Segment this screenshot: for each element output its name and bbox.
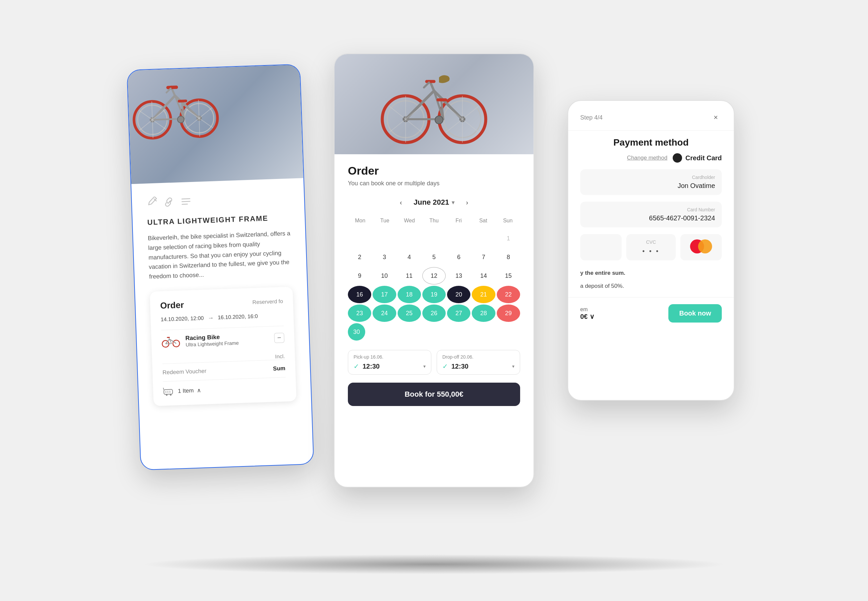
svg-line-25 (186, 118, 199, 128)
cal-day-3[interactable]: 3 (373, 249, 396, 266)
cal-day-12[interactable]: 12 (422, 267, 446, 284)
voucher-link[interactable]: Redeem Voucher (163, 368, 207, 376)
payment-type-label: Credit Card (685, 154, 722, 162)
pickup-dropoff-row: Pick-up 16.06. ✓ 12:30 ▾ Drop-off 20.06.… (348, 350, 520, 375)
day-tue: Tue (373, 215, 397, 226)
svg-line-6 (152, 96, 176, 119)
cal-day-21[interactable]: 21 (472, 286, 495, 303)
svg-line-22 (152, 109, 166, 119)
order-mini-card: Order Reserverd fo 14.10.2020, 12:00 → 1… (149, 287, 297, 406)
cal-day-29[interactable]: 29 (497, 305, 520, 322)
payment-form: Cardholder Jon Ovatime Card Number 6565-… (568, 169, 734, 261)
cal-day-25[interactable]: 25 (397, 305, 421, 322)
cvc-dots: • • • (633, 247, 669, 255)
calendar-nav: ‹ June 2021 ▾ › (348, 196, 520, 208)
cvc-field[interactable]: CVC • • • (626, 234, 676, 261)
cal-day-9[interactable]: 9 (348, 267, 371, 284)
product-title: ULTRA LIGHTWEIGHT FRAME (147, 214, 291, 227)
cvc-row: CVC • • • (580, 234, 722, 261)
cal-day-24[interactable]: 24 (373, 305, 396, 322)
svg-line-28 (199, 108, 212, 118)
mc-orange-circle (698, 239, 712, 253)
order-subtext: You can book one or multiple days (348, 180, 520, 187)
day-sun: Sun (495, 215, 520, 226)
cvc-left-box (580, 234, 621, 261)
cal-day-30[interactable]: 30 (348, 323, 365, 340)
cal-day-26[interactable]: 26 (422, 305, 446, 322)
svg-line-23 (198, 100, 199, 118)
pickup-box[interactable]: Pick-up 16.06. ✓ 12:30 ▾ (348, 350, 431, 375)
cardholder-label: Cardholder (587, 175, 715, 180)
item-minus-button[interactable]: − (274, 333, 285, 343)
cal-day-14[interactable]: 14 (472, 267, 495, 284)
dropoff-box[interactable]: Drop-off 20.06. ✓ 12:30 ▾ (437, 350, 520, 375)
cal-day-2[interactable]: 2 (348, 249, 371, 266)
book-now-button[interactable]: Book now (669, 304, 722, 323)
svg-line-62 (424, 82, 429, 87)
prev-month-button[interactable]: ‹ (395, 196, 407, 208)
book-button[interactable]: Book for 550,00€ (348, 383, 520, 406)
svg-line-31 (182, 201, 190, 202)
svg-line-74 (462, 119, 479, 132)
dropoff-time: 12:30 (451, 363, 468, 370)
svg-line-20 (152, 120, 153, 138)
cal-day-17[interactable]: 17 (373, 286, 396, 303)
day-sat: Sat (471, 215, 496, 226)
svg-line-38 (166, 343, 172, 344)
order-reserved-label: Reserverd fo (253, 299, 283, 305)
cvc-mc-box (681, 234, 722, 261)
svg-line-75 (462, 106, 479, 119)
svg-line-66 (389, 119, 406, 132)
cal-day-13[interactable]: 13 (447, 267, 471, 284)
order-heading: Order (348, 164, 520, 177)
calendar-grid: 1 2 3 4 5 6 7 8 9 10 11 12 13 14 15 16 1… (348, 230, 520, 340)
svg-line-32 (182, 204, 187, 204)
step-label: Step 4/4 (580, 114, 603, 121)
cal-day-18[interactable]: 18 (397, 286, 421, 303)
svg-line-69 (406, 106, 422, 119)
cal-day-5[interactable]: 5 (422, 249, 446, 266)
cal-day-23[interactable]: 23 (348, 305, 371, 322)
product-description: Bikeverleih, the bike specialist in Swit… (148, 229, 292, 282)
cal-day-19[interactable]: 19 (422, 286, 446, 303)
cal-day-7[interactable]: 7 (472, 249, 495, 266)
product-image-center (335, 54, 533, 154)
payment-footer: em 0€ ∨ Book now (568, 297, 734, 332)
edit-icon[interactable] (146, 196, 159, 209)
close-button[interactable]: × (710, 111, 722, 124)
sum-label: Sum (273, 365, 286, 372)
order-mini-title: Order (160, 300, 184, 311)
next-month-button[interactable]: › (461, 196, 473, 208)
order-section: Order You can book one or multiple days … (335, 154, 533, 416)
cal-day-8[interactable]: 8 (497, 249, 520, 266)
scene: ULTRA LIGHTWEIGHT FRAME Bikeverleih, the… (67, 34, 801, 567)
order-item-info: Racing Bike Ultra Lightweight Frame (185, 333, 239, 348)
order-date-from: 14.10.2020, 12:00 (161, 315, 204, 323)
order-arrow-icon: → (208, 314, 214, 322)
cal-day-4[interactable]: 4 (397, 249, 421, 266)
cal-day-6[interactable]: 6 (447, 249, 471, 266)
cardholder-field[interactable]: Cardholder Jon Ovatime (580, 169, 722, 195)
cardholder-value: Jon Ovatime (587, 182, 715, 190)
cal-day-11[interactable]: 11 (397, 267, 421, 284)
cal-day-27[interactable]: 27 (447, 305, 471, 322)
credit-card-dot (673, 153, 682, 163)
footer-item-label: em (580, 307, 595, 313)
cal-day-28[interactable]: 28 (472, 305, 495, 322)
cal-day-22[interactable]: 22 (497, 286, 520, 303)
link-icon[interactable] (163, 196, 175, 208)
svg-line-27 (199, 118, 213, 128)
cal-day-1[interactable]: 1 (497, 230, 520, 247)
bike-illustration-center (377, 61, 491, 148)
month-chevron: ▾ (452, 199, 454, 206)
svg-line-14 (179, 101, 186, 101)
cal-day-10[interactable]: 10 (373, 267, 396, 284)
change-method-link[interactable]: Change method (627, 155, 667, 161)
cal-day-20[interactable]: 20 (447, 286, 471, 303)
lines-icon[interactable] (180, 195, 192, 208)
cal-day-16[interactable]: 16 (348, 286, 371, 303)
card-number-field[interactable]: Card Number 6565-4627-0091-2324 (580, 202, 722, 227)
cart-icon-wrap: 1 Item ∧ (163, 386, 201, 396)
cal-day-15[interactable]: 15 (497, 267, 520, 284)
card-left: ULTRA LIGHTWEIGHT FRAME Bikeverleih, the… (126, 64, 314, 470)
